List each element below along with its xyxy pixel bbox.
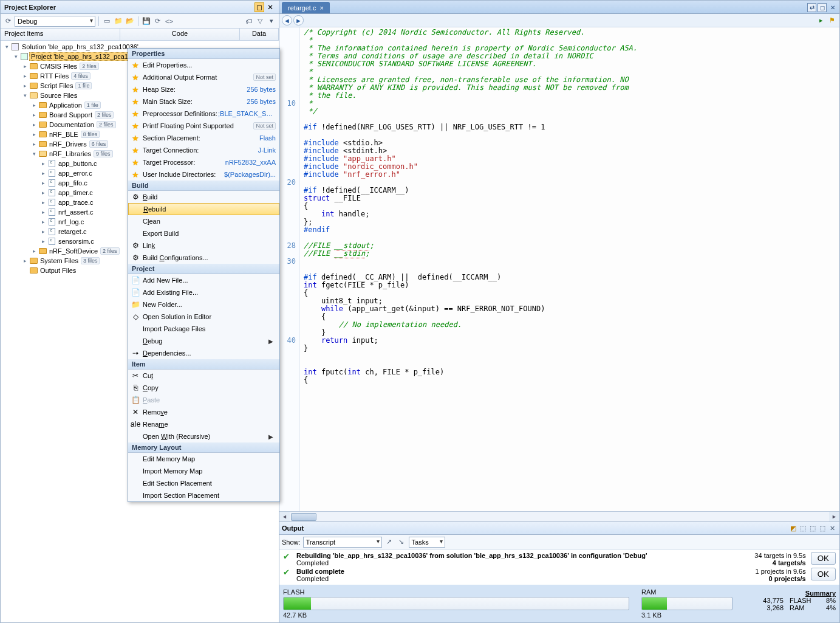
ok-button[interactable]: OK bbox=[811, 552, 836, 565]
close-icon[interactable]: ✕ bbox=[265, 2, 275, 12]
ctx-prop-item[interactable]: ★ Heap Size: 256 bytes bbox=[128, 83, 279, 95]
ctx-item[interactable]: Edit Memory Map bbox=[128, 453, 279, 465]
expand-icon[interactable]: ▾ bbox=[21, 93, 29, 98]
expand-icon[interactable]: ▾ bbox=[3, 44, 10, 50]
col-project-items[interactable]: Project Items bbox=[1, 29, 120, 40]
tag-icon[interactable]: 🏷 bbox=[244, 16, 253, 26]
ctx-item[interactable]: Import Section Placement bbox=[128, 489, 279, 501]
output-tasks-dropdown[interactable]: Tasks bbox=[409, 537, 445, 548]
expand-icon[interactable]: ▸ bbox=[39, 181, 47, 186]
ctx-item-label: Import Package Files bbox=[143, 325, 276, 332]
code-icon[interactable]: <> bbox=[165, 16, 174, 26]
col-data[interactable]: Data bbox=[240, 29, 279, 40]
output-opt4-icon[interactable]: ⬚ bbox=[818, 523, 827, 533]
ctx-item[interactable]: ⚙ Link bbox=[128, 239, 279, 252]
expand-icon[interactable]: ▸ bbox=[21, 74, 29, 79]
ctx-item-label: User Include Directories: bbox=[143, 171, 224, 178]
ctx-item[interactable]: 📁 New Folder... bbox=[128, 298, 279, 311]
ctx-item[interactable]: Import Memory Map bbox=[128, 465, 279, 477]
expand-icon[interactable]: ▾ bbox=[30, 151, 38, 157]
ctx-item[interactable]: aIe Rename bbox=[128, 418, 279, 430]
col-code[interactable]: Code bbox=[120, 29, 240, 40]
folder-icon[interactable]: 📁 bbox=[114, 16, 123, 26]
expand-icon[interactable]: ▸ bbox=[21, 258, 29, 264]
refresh2-icon[interactable]: ⟳ bbox=[153, 16, 163, 26]
expand-icon[interactable]: ▸ bbox=[30, 112, 38, 118]
ctx-item[interactable]: ⎘ Copy bbox=[128, 382, 279, 394]
ctx-item[interactable]: Import Package Files bbox=[128, 323, 279, 335]
goto-icon[interactable]: ▸ bbox=[816, 16, 826, 26]
filter-icon[interactable]: ▽ bbox=[255, 16, 265, 26]
node-icon bbox=[38, 120, 47, 129]
expand-icon[interactable]: ▸ bbox=[39, 219, 47, 225]
expand-icon[interactable]: ▸ bbox=[39, 161, 47, 167]
ctx-prop-item[interactable]: ★ Target Processor: nRF52832_xxAA bbox=[128, 156, 279, 168]
ctx-prop-item[interactable]: ★ Section Placement: Flash bbox=[128, 132, 279, 144]
ctx-prop-item[interactable]: ★ User Include Directories: $(PackagesDi… bbox=[128, 168, 279, 181]
ctx-item[interactable]: Open With (Recursive) ▶ bbox=[128, 430, 279, 442]
bookmark-icon[interactable]: ⚑ bbox=[827, 16, 837, 26]
expand-icon[interactable]: ▸ bbox=[30, 249, 38, 254]
tab-retarget-c[interactable]: retarget.c × bbox=[282, 2, 330, 13]
ctx-item-label: Copy bbox=[143, 384, 276, 391]
refresh-icon[interactable]: ⟳ bbox=[3, 16, 13, 26]
code-editor[interactable]: 1020283040 /* Copyright (c) 2014 Nordic … bbox=[279, 27, 839, 511]
ctx-item[interactable]: ⇢ Dependencies... bbox=[128, 347, 279, 359]
editor-h-scrollbar[interactable]: ◄ ► bbox=[279, 511, 839, 521]
expand-icon[interactable]: ▸ bbox=[39, 229, 47, 235]
output-next-icon[interactable]: ↗ bbox=[384, 537, 394, 547]
output-close-icon[interactable]: ✕ bbox=[827, 523, 837, 533]
ctx-prop-item[interactable]: ★ Main Stack Size: 256 bytes bbox=[128, 95, 279, 108]
ctx-item[interactable]: ◇ Open Solution in Editor bbox=[128, 311, 279, 323]
expand-icon[interactable]: ▸ bbox=[30, 142, 38, 147]
ctx-item[interactable]: 📋 Paste bbox=[128, 394, 279, 406]
ok-button[interactable]: OK bbox=[811, 568, 836, 580]
nav-forward-icon[interactable]: ► bbox=[293, 15, 304, 26]
output-opt3-icon[interactable]: ⬚ bbox=[808, 523, 818, 533]
new-window-icon[interactable]: ▭ bbox=[102, 16, 112, 26]
window-restore-icon[interactable]: ◻ bbox=[254, 2, 264, 12]
editor-close-icon[interactable]: ✕ bbox=[828, 3, 837, 12]
folder-tree-icon[interactable]: 📂 bbox=[125, 16, 135, 26]
ctx-prop-item[interactable]: ★ Preprocessor Definitions: ;BLE_STACK_S… bbox=[128, 108, 279, 120]
ctx-item[interactable]: 📄 Add Existing File... bbox=[128, 286, 279, 298]
tab-close-icon[interactable]: × bbox=[319, 4, 323, 12]
ctx-item[interactable]: Clean bbox=[128, 215, 279, 227]
ctx-item[interactable]: Rebuild bbox=[128, 203, 279, 215]
maximize-icon[interactable]: ◻ bbox=[818, 3, 827, 12]
ctx-prop-item[interactable]: ★ Additional Output Format Not set bbox=[128, 71, 279, 83]
expand-icon[interactable]: ▸ bbox=[30, 103, 38, 108]
expand-icon[interactable]: ▾ bbox=[12, 54, 19, 60]
ctx-item-label: Printf Floating Point Supported bbox=[143, 122, 253, 129]
ctx-item[interactable]: ⚙ Build Configurations... bbox=[128, 252, 279, 264]
ctx-item[interactable]: 📄 Add New File... bbox=[128, 274, 279, 286]
ctx-prop-item[interactable]: ★ Printf Floating Point Supported Not se… bbox=[128, 120, 279, 132]
output-show-dropdown[interactable]: Transcript bbox=[303, 537, 382, 548]
split-icon[interactable]: ⇄ bbox=[807, 3, 816, 12]
expand-icon[interactable]: ▸ bbox=[39, 210, 47, 215]
expand-icon[interactable]: ▸ bbox=[30, 122, 38, 128]
menu-icon[interactable]: ▾ bbox=[267, 16, 276, 26]
ctx-prop-item[interactable]: ★ Edit Properties... bbox=[128, 59, 279, 71]
ctx-item[interactable]: ✂ Cut bbox=[128, 370, 279, 382]
save-icon[interactable]: 💾 bbox=[142, 16, 151, 26]
config-dropdown[interactable]: Debug bbox=[15, 16, 95, 27]
output-opt2-icon[interactable]: ⬚ bbox=[798, 523, 808, 533]
expand-icon[interactable]: ▸ bbox=[39, 190, 47, 196]
expand-icon[interactable]: ▸ bbox=[39, 200, 47, 205]
ctx-item[interactable]: Export Build bbox=[128, 227, 279, 239]
expand-icon[interactable]: ▸ bbox=[39, 239, 47, 244]
expand-icon[interactable]: ▸ bbox=[39, 171, 47, 176]
ctx-prop-item[interactable]: ★ Target Connection: J-Link bbox=[128, 144, 279, 156]
expand-icon[interactable]: ▸ bbox=[21, 64, 29, 69]
ctx-item-icon: 📄 bbox=[128, 276, 143, 284]
ctx-item[interactable]: ⚙ Build bbox=[128, 191, 279, 203]
ctx-item[interactable]: Debug ▶ bbox=[128, 335, 279, 347]
output-prev-icon[interactable]: ↘ bbox=[397, 537, 406, 547]
expand-icon[interactable]: ▸ bbox=[21, 83, 29, 89]
output-opt1-icon[interactable]: ◩ bbox=[788, 523, 798, 533]
ctx-item[interactable]: Edit Section Placement bbox=[128, 477, 279, 489]
ctx-item[interactable]: ✕ Remove bbox=[128, 406, 279, 418]
nav-back-icon[interactable]: ◄ bbox=[282, 15, 292, 26]
expand-icon[interactable]: ▸ bbox=[30, 132, 38, 137]
